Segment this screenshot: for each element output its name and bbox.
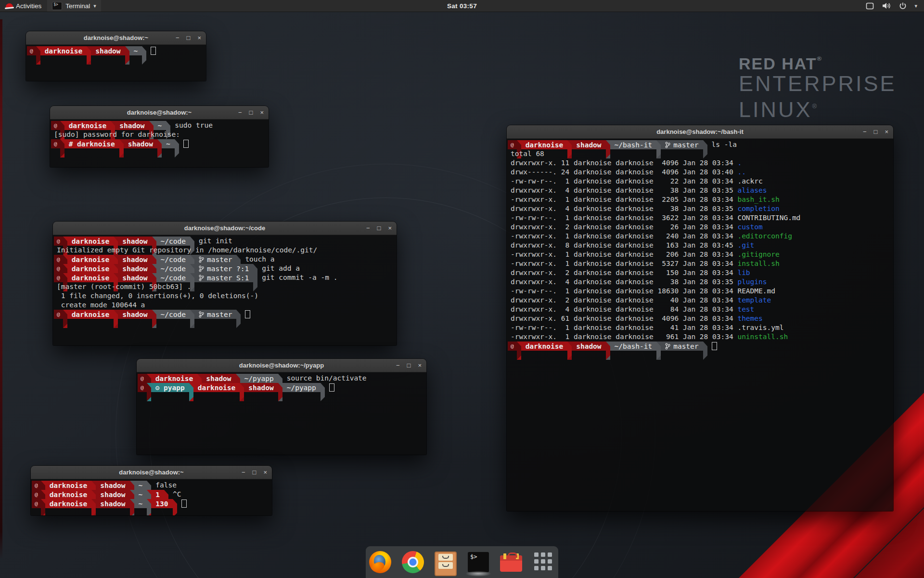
ls-meta: drwxrwxr-x. 4 darknoise darknoise 84 Jan… [511, 305, 737, 313]
window-titlebar[interactable]: darknoise@shadow:~/code−□× [53, 222, 397, 235]
prompt-icon: @ [32, 499, 41, 508]
ls-row: drwx------. 24 darknoise darknoise 4096 … [508, 168, 892, 177]
terminal-icon: $> [468, 552, 489, 572]
file-name: bash_it.sh [737, 196, 779, 203]
volume-icon[interactable] [882, 2, 891, 10]
window-buttons: −□× [366, 222, 392, 235]
top-bar: Activities $> Terminal ▾ Sat 03:57 ▾ [0, 0, 924, 12]
maximize-button[interactable]: □ [187, 35, 191, 41]
ls-meta: -rw-rw-r--. 1 darknoise darknoise 41 Jan… [511, 324, 737, 331]
terminal-window-w6[interactable]: darknoise@shadow:~/bash-it−□×@darknoises… [507, 125, 893, 511]
ls-row: drwxrwxr-x. 4 darknoise darknoise 38 Jan… [508, 277, 892, 287]
ls-meta: -rw-rw-r--. 1 darknoise darknoise 3622 J… [511, 214, 737, 222]
terminal-body[interactable]: @darknoiseshadow~/bash-itmasterls -latot… [507, 139, 893, 352]
app-indicator-terminal[interactable]: $> Terminal ▾ [47, 0, 101, 12]
prompt-icon: @ [32, 490, 41, 499]
ls-meta: -rwxrwxr-x. 1 darknoise darknoise 5327 J… [511, 260, 737, 267]
terminal-body[interactable]: @darknoiseshadow~ [26, 45, 206, 57]
prompt-user-segment: darknoise [151, 374, 198, 383]
file-name: . [737, 159, 742, 167]
terminal-body[interactable]: @darknoiseshadow~/pyappsource bin/activa… [137, 372, 426, 394]
prompt-branch-segment: master [661, 342, 703, 351]
prompt-user-segment: darknoise [64, 121, 111, 130]
window-titlebar[interactable]: darknoise@shadow:~−□× [26, 31, 206, 45]
window-title: darknoise@shadow:~ [119, 469, 183, 476]
terminal-row: @darknoiseshadow~sudo true [51, 121, 268, 130]
terminal-window-w5[interactable]: darknoise@shadow:~−□×@darknoiseshadow~fa… [31, 466, 272, 515]
powerline-separator [114, 310, 118, 328]
prompt-host-segment: shadow [118, 255, 152, 264]
file-name: uninstall.sh [737, 333, 788, 341]
close-button[interactable]: × [263, 469, 267, 475]
ls-meta: drwxrwxr-x. 11 darknoise darknoise 4096 … [511, 159, 737, 167]
prompt-icon: @ [508, 342, 517, 351]
ls-row: drwxrwxr-x. 8 darknoise darknoise 163 Ja… [508, 241, 892, 250]
dock-app-grid[interactable] [533, 551, 555, 573]
maximize-button[interactable]: □ [249, 109, 253, 116]
maximize-button[interactable]: □ [377, 225, 381, 231]
prompt-host-segment: shadow [96, 490, 129, 499]
terminal-body[interactable]: @darknoiseshadow~sudo true[sudo] passwor… [50, 119, 269, 150]
terminal-window-w4[interactable]: darknoise@shadow:~/pyapp−□×@darknoisesha… [137, 359, 426, 455]
power-icon[interactable] [899, 2, 907, 10]
prompt-path-segment: ~ [162, 139, 175, 148]
window-buttons: −□× [238, 106, 264, 119]
close-button[interactable]: × [197, 35, 201, 41]
maximize-button[interactable]: □ [407, 362, 411, 368]
dock-firefox[interactable] [369, 551, 391, 573]
terminal-window-w2[interactable]: darknoise@shadow:~−□×@darknoiseshadow~su… [50, 106, 269, 167]
close-button[interactable]: × [260, 109, 264, 116]
terminal-window-w3[interactable]: darknoise@shadow:~/code−□×@darknoiseshad… [53, 222, 397, 345]
file-name: template [737, 296, 771, 304]
ls-row: drwxrwxr-x. 4 darknoise darknoise 38 Jan… [508, 186, 892, 195]
cursor [181, 499, 187, 508]
ls-meta: -rw-rw-r--. 1 darknoise darknoise 22 Jan… [511, 177, 737, 185]
minimize-button[interactable]: − [238, 109, 242, 116]
screen-icon[interactable] [866, 2, 874, 10]
minimize-button[interactable]: − [396, 362, 400, 368]
powerline-separator [656, 342, 661, 360]
terminal-output-line: create mode 100644 a [54, 301, 396, 310]
close-button[interactable]: × [388, 225, 392, 231]
terminal-output-line: 1 file changed, 0 insertions(+), 0 delet… [54, 291, 396, 301]
ls-row: -rw-rw-r--. 1 darknoise darknoise 41 Jan… [508, 323, 892, 332]
terminal-row: @darknoiseshadow~/codemaster S:1git comm… [54, 273, 396, 282]
terminal-output-line: [sudo] password for darknoise: [51, 130, 268, 139]
terminal-body[interactable]: @darknoiseshadow~false@darknoiseshadow~1… [31, 479, 272, 510]
minimize-button[interactable]: − [863, 129, 867, 135]
minimize-button[interactable]: − [366, 225, 370, 231]
window-titlebar[interactable]: darknoise@shadow:~/pyapp−□× [137, 359, 426, 372]
maximize-button[interactable]: □ [253, 469, 257, 475]
window-titlebar[interactable]: darknoise@shadow:~−□× [31, 466, 272, 479]
close-button[interactable]: × [885, 129, 888, 135]
command-text: ^C [168, 490, 181, 499]
window-titlebar[interactable]: darknoise@shadow:~−□× [50, 106, 269, 119]
chevron-down-icon[interactable]: ▾ [914, 3, 917, 9]
ls-row: -rwxrwxr-x. 1 darknoise darknoise 961 Ja… [508, 332, 892, 342]
ls-row: drwxrwxr-x. 2 darknoise darknoise 40 Jan… [508, 296, 892, 305]
dock-terminal[interactable]: $> [467, 551, 489, 573]
dock-toolbox[interactable] [500, 551, 522, 573]
powerline-separator [189, 383, 193, 401]
prompt-host-segment: shadow [202, 374, 235, 383]
dock-chrome[interactable] [402, 551, 424, 573]
minimize-button[interactable]: − [242, 469, 245, 475]
prompt-exit-segment: 130 [151, 499, 172, 508]
ls-row: drwxrwxr-x. 4 darknoise darknoise 84 Jan… [508, 305, 892, 314]
minimize-button[interactable]: − [176, 35, 180, 41]
prompt-path-segment: ~/pyapp [240, 374, 278, 383]
window-titlebar[interactable]: darknoise@shadow:~/bash-it−□× [507, 125, 893, 139]
powerline-separator [253, 273, 257, 291]
window-buttons: −□× [176, 31, 201, 44]
activities-button[interactable]: Activities [0, 0, 47, 12]
terminal-output-line: [master (root-commit) 50bcb63] . [54, 282, 396, 291]
prompt-path-segment: ~/code [156, 255, 190, 264]
app-grid-icon [533, 551, 555, 572]
prompt-icon: @ [54, 264, 63, 273]
close-button[interactable]: × [418, 362, 422, 368]
maximize-button[interactable]: □ [874, 129, 878, 135]
clock[interactable]: Sat 03:57 [0, 2, 924, 10]
terminal-body[interactable]: @darknoiseshadow~/codegit initInitialize… [53, 235, 397, 320]
terminal-window-w1[interactable]: darknoise@shadow:~−□×@darknoiseshadow~ [26, 31, 206, 81]
dock-files[interactable] [435, 551, 457, 573]
